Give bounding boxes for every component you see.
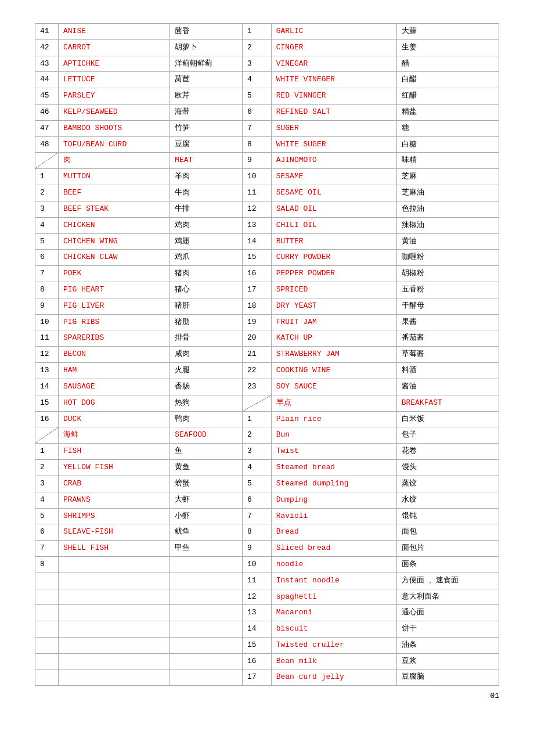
table-row: 48TOFU/BEAN CURD豆腐8WHITE SUGER白糖 bbox=[35, 136, 499, 153]
table-row: 11SPARERIBS排骨20KATCH UP番茄酱 bbox=[35, 330, 499, 347]
table-row: 16Bean milk豆浆 bbox=[35, 653, 499, 669]
table-row: 10PIG RIBS猪肋19FRUIT JAM果酱 bbox=[35, 314, 499, 330]
table-row: 1FISH鱼3Twist花卷 bbox=[35, 444, 499, 460]
table-row: 3BEEF STEAK牛排12SALAD OIL色拉油 bbox=[35, 201, 499, 217]
table-row: 13HAM火腿22COOKING WINE料酒 bbox=[35, 362, 499, 379]
table-row: 5SHRIMPS小虾7Ravioli馄饨 bbox=[35, 508, 499, 524]
table-row: 15Twisted cruller油条 bbox=[35, 637, 499, 653]
table-row: 15HOT DOG热狗早点BREAKFAST bbox=[35, 395, 499, 411]
table-row: 12BECON咸肉21STRAWBERRY JAM草莓酱 bbox=[35, 347, 499, 363]
table-row: 7SHELL FISH甲鱼9Sliced bread面包片 bbox=[35, 541, 499, 557]
table-row: 6SLEAVE-FISH鱿鱼8Bread面包 bbox=[35, 524, 499, 541]
table-row: 3CRAB螃蟹5Steamed dumpling蒸饺 bbox=[35, 476, 499, 492]
table-row: 4PRAWNS大虾6Dumping水饺 bbox=[35, 492, 499, 508]
table-row: 13Macaroni通心面 bbox=[35, 605, 499, 621]
table-row: 海鲜SEAFOOD2Bun包子 bbox=[35, 427, 499, 444]
table-row: 43APTICHKE洋蓟朝鲜蓟3VINEGAR醋 bbox=[35, 56, 499, 72]
main-table: 41ANISE茴香1GARLIC大蒜42CARROT胡萝卜2CINGER生姜43… bbox=[35, 23, 499, 686]
meat-section-divider bbox=[35, 153, 59, 169]
table-row: 12spaghetti意大利面条 bbox=[35, 589, 499, 605]
table-row: 41ANISE茴香1GARLIC大蒜 bbox=[35, 24, 499, 40]
table-row: 42CARROT胡萝卜2CINGER生姜 bbox=[35, 39, 499, 56]
table-row: 1MUTTON羊肉10SESAME芝麻 bbox=[35, 169, 499, 185]
table-row: 16DUCK鸭肉1Plain rice白米饭 bbox=[35, 411, 499, 427]
table-row: 8PIG HEART猪心17SPRICED五香粉 bbox=[35, 282, 499, 298]
table-row: 47BAMBOO SHOOTS竹笋7SUGER糖 bbox=[35, 120, 499, 136]
table-row: 2BEEF牛肉11SESAME OIL芝麻油 bbox=[35, 185, 499, 201]
table-row: 44LETTUCE莴苣4WHITE VINEGER白醋 bbox=[35, 72, 499, 88]
table-row: 6CHICKEN CLAW鸡爪15CURRY POWDER咖喱粉 bbox=[35, 250, 499, 266]
seafood-section-divider bbox=[35, 427, 59, 444]
table-row: 9PIG LIVER猪肝18DRY YEAST干酵母 bbox=[35, 298, 499, 314]
table-row: 2YELLOW FISH黄鱼4Steamed bread馒头 bbox=[35, 460, 499, 476]
breakfast-section-divider bbox=[243, 395, 272, 411]
table-row: 4CHICKEN鸡肉13CHILI OIL辣椒油 bbox=[35, 217, 499, 233]
table-row: 5CHICHEN WING鸡翅14BUTTER黄油 bbox=[35, 233, 499, 250]
table-row: 46KELP/SEAWEED海带6REFINED SALT精盐 bbox=[35, 104, 499, 120]
table-row: 810noodle面条 bbox=[35, 556, 499, 573]
table-row: 肉MEAT9AJINOMOTO味精 bbox=[35, 153, 499, 169]
table-row: 17Bean curd jelly豆腐脑 bbox=[35, 669, 499, 686]
page-number: 01 bbox=[35, 692, 499, 700]
table-row: 7POEK猪肉16PEPPER POWDER胡椒粉 bbox=[35, 266, 499, 282]
table-row: 14biscuit饼干 bbox=[35, 621, 499, 638]
table-row: 11Instant noodle方便面 、速食面 bbox=[35, 573, 499, 589]
table-row: 14SAUSAGE香肠23SOY SAUCE酱油 bbox=[35, 379, 499, 395]
table-row: 45PARSLEY欧芹5RED VINNGER红醋 bbox=[35, 88, 499, 105]
